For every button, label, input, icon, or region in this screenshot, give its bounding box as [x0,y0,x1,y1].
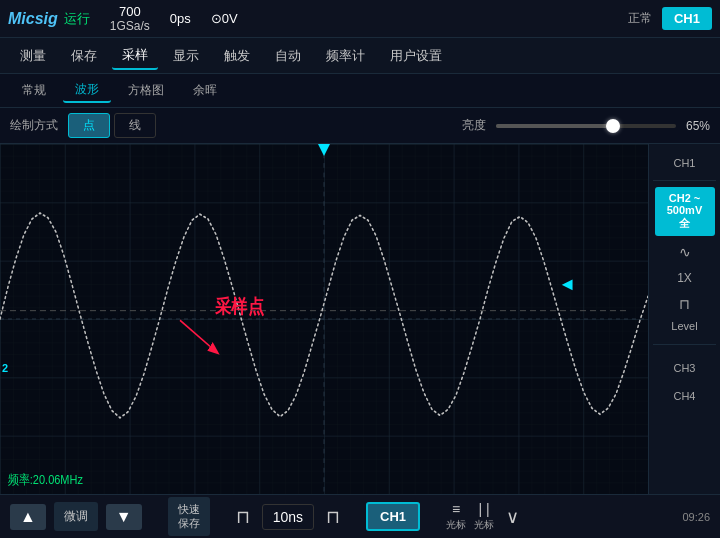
h-marker-label: 光标 [446,518,466,532]
brightness-container: 亮度 65% [462,117,710,134]
sample-rate-display: 700 1GSa/s [110,4,150,33]
menubar: 测量 保存 采样 显示 触发 自动 频率计 用户设置 [0,38,720,74]
main-area: 2 频率:20.06MHz 采样点 ◄ 2 CH1 CH2 ~ 500mV 全 … [0,144,720,494]
wave-icon-2: ⊓ [671,294,699,314]
quick-save-button[interactable]: 快速保存 [168,497,210,535]
sample-rate-unit: 1GSa/s [110,19,150,33]
time-offset-display: 0ps [170,11,191,26]
menu-freq-counter[interactable]: 频率计 [316,43,375,69]
horizontal-marker-button[interactable]: ≡ 光标 [446,501,466,532]
time-offset-value: 0ps [170,11,191,26]
drawbar: 绘制方式 点 线 亮度 65% [0,108,720,144]
divider2 [653,344,716,345]
header-bar: Micsig 运行 700 1GSa/s 0ps ⊙0V 正常 CH1 [0,0,720,38]
vertical-marker-button[interactable]: | | 光标 [474,501,494,532]
run-status: 运行 [64,10,90,28]
draw-mode-label: 绘制方式 [10,117,58,134]
ch2-all: 全 [663,216,707,231]
wave-icon-1: ∿ [671,242,699,262]
voltage-display: ⊙0V [211,11,238,26]
clock-display: 09:26 [682,511,710,523]
menu-save[interactable]: 保存 [61,43,107,69]
trigger-level-arrow: ◄ [558,274,576,295]
ch3-button[interactable]: CH3 [655,357,715,379]
brightness-track [496,124,613,128]
ch2-mv: 500mV [663,204,707,216]
right-sidebar: CH1 CH2 ~ 500mV 全 ∿ 1X ⊓ Level CH3 CH4 [648,144,720,494]
expand-icon[interactable]: ∨ [502,502,523,532]
menu-auto[interactable]: 自动 [265,43,311,69]
fine-tune-button[interactable]: 微调 [54,502,98,531]
bottom-bar: ▲ 微调 ▼ 快速保存 ⊓ 10ns ⊓ CH1 ≡ 光标 | | 光标 ∨ 0… [0,494,720,538]
ch2-marker: 2 [2,362,8,374]
logo: Micsig [8,10,58,28]
ch4-button[interactable]: CH4 [655,385,715,407]
wave-right-icon: ⊓ [322,502,344,532]
voltage-value: ⊙0V [211,11,238,26]
status-label: 正常 [628,10,652,27]
magnify-1x[interactable]: 1X [671,268,699,288]
menu-measure[interactable]: 测量 [10,43,56,69]
quick-save-label: 快速保存 [178,503,200,529]
sample-rate-value: 700 [110,4,150,19]
menu-user-settings[interactable]: 用户设置 [380,43,452,69]
draw-dot-button[interactable]: 点 [68,113,110,138]
header-info: 700 1GSa/s 0ps ⊙0V [110,4,628,33]
v-marker-label: 光标 [474,518,494,532]
time-value-display[interactable]: 10ns [262,504,314,530]
grid-area: 2 频率:20.06MHz 采样点 ◄ 2 [0,144,648,494]
up-arrow-button[interactable]: ▲ [10,504,46,530]
brightness-pct: 65% [686,119,710,133]
brightness-slider[interactable] [496,124,676,128]
menu-sample[interactable]: 采样 [112,42,158,70]
down-arrow-button[interactable]: ▼ [106,504,142,530]
menu-display[interactable]: 显示 [163,43,209,69]
ch1-button[interactable]: CH1 [655,152,715,174]
waveform-svg: 2 频率:20.06MHz 采样点 [0,144,648,494]
submenubar: 常规 波形 方格图 余晖 [0,74,720,108]
divider [653,180,716,181]
ch-indicator: CH1 [662,7,712,30]
submenu-waveform[interactable]: 波形 [63,78,111,103]
svg-text:采样点: 采样点 [215,296,264,318]
level-label: Level [671,320,697,332]
submenu-grid[interactable]: 方格图 [116,79,176,102]
h-marker-icon: ≡ [452,501,460,517]
submenu-afterglow[interactable]: 余晖 [181,79,229,102]
ch1-display-button[interactable]: CH1 [366,502,420,531]
header-right: 正常 CH1 [628,7,712,30]
menu-trigger[interactable]: 触发 [214,43,260,69]
v-marker-icon: | | [478,501,489,517]
brightness-thumb[interactable] [606,119,620,133]
ch2-button[interactable]: CH2 ~ 500mV 全 [655,187,715,236]
submenu-normal[interactable]: 常规 [10,79,58,102]
svg-text:频率:20.06MHz: 频率:20.06MHz [8,473,83,488]
ch2-badge: CH2 ~ [663,192,707,204]
wave-left-icon: ⊓ [232,502,254,532]
draw-line-button[interactable]: 线 [114,113,156,138]
brightness-label: 亮度 [462,117,486,134]
